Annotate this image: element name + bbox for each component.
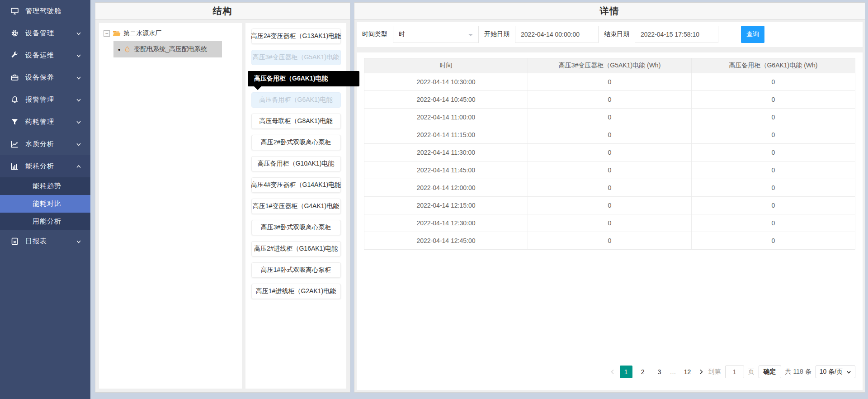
structure-node-button[interactable]: 高压4#变压器柜（G14AK1)电能 xyxy=(251,177,341,193)
end-date-input[interactable] xyxy=(635,26,718,43)
structure-node-button[interactable]: 高压2#进线柜（G16AK1)电能 xyxy=(251,241,341,256)
structure-panel: 结构 − 第二水源水厂 • 变配电系统_高压配电系统 高压2#变压器柜（G13A… xyxy=(95,2,350,393)
table-cell: 0 xyxy=(692,91,855,109)
structure-node-button[interactable]: 高压1#变压器柜（G4AK1)电能 xyxy=(251,199,341,214)
sidebar-item[interactable]: 管理驾驶舱 xyxy=(0,0,90,22)
sidebar-item-label: 水质分析 xyxy=(25,140,76,148)
chevron-down-icon xyxy=(76,142,81,147)
results-table: 时间高压3#变压器柜（G5AK1)电能 (Wh)高压备用柜（G6AK1)电能 (… xyxy=(364,58,855,250)
sidebar-menu: 管理驾驶舱设备管理设备运维设备保养报警管理药耗管理水质分析能耗分析能耗趋势能耗对… xyxy=(0,0,90,252)
chevron-down-icon xyxy=(76,31,81,36)
structure-node-button[interactable]: 高压2#卧式双吸离心泵柜 xyxy=(251,135,341,150)
sidebar-item[interactable]: 日报表 xyxy=(0,230,90,252)
table-cell: 0 xyxy=(692,179,855,197)
table-cell: 0 xyxy=(528,126,692,144)
table-cell: 2022-04-14 10:30:00 xyxy=(364,73,528,91)
page-size-select[interactable]: 10 条/页 xyxy=(816,366,855,378)
report-icon xyxy=(11,238,19,245)
sidebar-item[interactable]: 药耗管理 xyxy=(0,111,90,133)
structure-node-button[interactable]: 高压备用柜（G6AK1)电能 xyxy=(251,92,341,108)
goto-page-input[interactable] xyxy=(725,366,744,378)
sidebar-item[interactable]: 设备管理 xyxy=(0,22,90,44)
table-cell: 0 xyxy=(692,73,855,91)
tree-node-root[interactable]: − 第二水源水厂 xyxy=(104,29,237,38)
chevron-down-icon xyxy=(76,97,81,103)
tree-node-selected[interactable]: • 变配电系统_高压配电系统 xyxy=(113,41,222,57)
sidebar-item-label: 日报表 xyxy=(25,237,76,246)
table-cell: 0 xyxy=(528,91,692,109)
table-cell: 0 xyxy=(692,162,855,179)
chevron-down-icon xyxy=(76,239,81,244)
sidebar-item[interactable]: 报警管理 xyxy=(0,89,90,111)
wrench-icon xyxy=(11,52,19,59)
structure-node-button[interactable]: 高压3#卧式双吸离心泵柜 xyxy=(251,220,341,235)
table-cell: 0 xyxy=(692,214,855,232)
gear-icon xyxy=(11,29,19,37)
structure-panel-title: 结构 xyxy=(95,3,350,19)
query-button[interactable]: 查询 xyxy=(741,26,764,43)
table-cell: 0 xyxy=(692,126,855,144)
time-type-label: 时间类型 xyxy=(362,30,387,38)
structure-button-list: 高压2#变压器柜（G13AK1)电能高压3#变压器柜（G5AK1)电能高压备用柜… xyxy=(245,23,346,389)
table-cell: 0 xyxy=(528,162,692,179)
dashboard-icon xyxy=(11,7,19,15)
table-body: 2022-04-14 10:30:00002022-04-14 10:45:00… xyxy=(364,73,855,250)
sidebar-item[interactable]: 水质分析 xyxy=(0,133,90,155)
next-page-icon[interactable] xyxy=(698,369,704,375)
sidebar-item[interactable]: 能耗分析 xyxy=(0,155,90,177)
sidebar-submenu: 能耗趋势能耗对比用能分析 xyxy=(0,177,90,230)
funnel-icon xyxy=(11,118,19,126)
tooltip: 高压备用柜（G6AK1)电能 xyxy=(248,71,359,86)
chevron-up-icon xyxy=(76,164,81,169)
structure-node-button[interactable]: 高压备用柜（G10AK1)电能 xyxy=(251,156,341,171)
confirm-page-button[interactable]: 确定 xyxy=(759,366,781,378)
table-row: 2022-04-14 11:45:0000 xyxy=(364,162,855,179)
tree-collapse-icon[interactable]: − xyxy=(104,30,110,37)
structure-node-button[interactable]: 高压3#变压器柜（G5AK1)电能 xyxy=(251,50,341,65)
sidebar-subitem[interactable]: 能耗趋势 xyxy=(0,177,90,195)
sidebar-item[interactable]: 设备运维 xyxy=(0,44,90,66)
prev-page-icon[interactable] xyxy=(609,369,616,375)
table-row: 2022-04-14 10:45:0000 xyxy=(364,91,855,109)
start-date-input[interactable] xyxy=(515,26,599,43)
table-row: 2022-04-14 12:00:0000 xyxy=(364,179,855,197)
page-number-button[interactable]: 12 xyxy=(681,366,694,378)
table-cell: 2022-04-14 12:00:00 xyxy=(364,179,528,197)
page-number-button[interactable]: 3 xyxy=(653,366,666,378)
meter-icon xyxy=(124,46,130,53)
table-cell: 0 xyxy=(528,179,692,197)
table-cell: 2022-04-14 12:15:00 xyxy=(364,197,528,214)
table-row: 2022-04-14 10:30:0000 xyxy=(364,73,855,91)
table-cell: 2022-04-14 11:00:00 xyxy=(364,109,528,126)
sidebar-subitem[interactable]: 用能分析 xyxy=(0,213,90,230)
briefcase-icon xyxy=(11,74,19,81)
table-header-row: 时间高压3#变压器柜（G5AK1)电能 (Wh)高压备用柜（G6AK1)电能 (… xyxy=(364,58,855,73)
sidebar-item[interactable]: 设备保养 xyxy=(0,66,90,89)
page-number-button[interactable]: 1 xyxy=(620,366,632,378)
structure-node-button[interactable]: 高压2#变压器柜（G13AK1)电能 xyxy=(251,28,341,44)
structure-node-button[interactable]: 高压1#进线柜（G2AK1)电能 xyxy=(251,284,341,299)
sidebar: 管理驾驶舱设备管理设备运维设备保养报警管理药耗管理水质分析能耗分析能耗趋势能耗对… xyxy=(0,0,90,399)
table-row: 2022-04-14 11:30:0000 xyxy=(364,144,855,162)
end-date-label: 结束日期 xyxy=(604,30,629,38)
table-cell: 0 xyxy=(528,197,692,214)
structure-node-button[interactable]: 高压1#卧式双吸离心泵柜 xyxy=(251,262,341,278)
sidebar-subitem[interactable]: 能耗对比 xyxy=(0,195,90,213)
table-cell: 2022-04-14 12:45:00 xyxy=(364,232,528,250)
time-type-select[interactable]: 时 xyxy=(393,26,479,43)
page-unit-label: 页 xyxy=(748,368,755,376)
table-cell: 0 xyxy=(528,232,692,250)
page-number-button[interactable]: 2 xyxy=(637,366,649,378)
table-row: 2022-04-14 12:45:0000 xyxy=(364,232,855,250)
structure-node-button[interactable]: 高压母联柜（G8AK1)电能 xyxy=(251,114,341,129)
start-date-label: 开始日期 xyxy=(484,30,509,38)
sidebar-item-label: 药耗管理 xyxy=(25,118,76,126)
structure-panel-body: − 第二水源水厂 • 变配电系统_高压配电系统 高压2#变压器柜（G13AK1)… xyxy=(95,19,350,392)
table-cell: 0 xyxy=(528,214,692,232)
sidebar-item-label: 设备运维 xyxy=(25,51,76,60)
table-cell: 2022-04-14 10:45:00 xyxy=(364,91,528,109)
bell-icon xyxy=(11,96,19,104)
table-cell: 0 xyxy=(528,144,692,162)
tree-node-label: 第二水源水厂 xyxy=(123,29,161,38)
table-cell: 0 xyxy=(692,232,855,250)
